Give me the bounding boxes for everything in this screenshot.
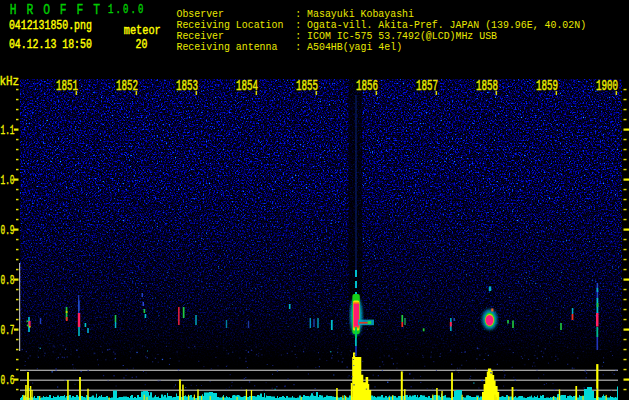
svg-text:20: 20	[136, 38, 148, 51]
svg-text:1852: 1852	[116, 78, 138, 95]
svg-text:1.1: 1.1	[1, 123, 15, 138]
svg-text:meteor: meteor	[124, 24, 161, 37]
svg-text:1856: 1856	[356, 78, 378, 95]
svg-text:0.9: 0.9	[1, 223, 15, 238]
svg-text:1857: 1857	[416, 78, 438, 95]
svg-text:H R O F F T: H R O F F T	[10, 1, 102, 18]
svg-text:04.12.13 18:50: 04.12.13 18:50	[9, 38, 92, 51]
svg-text:kHz: kHz	[0, 75, 19, 90]
svg-text:0.7: 0.7	[1, 323, 15, 338]
svg-text:1900: 1900	[596, 78, 618, 95]
svg-text:1853: 1853	[176, 78, 198, 95]
svg-text:1.0.0: 1.0.0	[108, 3, 145, 17]
svg-text:1859: 1859	[536, 78, 558, 95]
svg-text:1.0: 1.0	[1, 173, 15, 188]
svg-text:0412131850.png: 0412131850.png	[9, 19, 92, 32]
svg-text:1854: 1854	[236, 78, 258, 95]
svg-text:0.6: 0.6	[1, 373, 15, 388]
svg-text:1855: 1855	[296, 78, 318, 95]
svg-text:1851: 1851	[56, 78, 78, 95]
svg-text:Receiving antenna : A504HB(y: Receiving antenna : A504HB(yagi 4el)	[177, 40, 403, 53]
svg-text:1858: 1858	[476, 78, 498, 95]
svg-text:0.8: 0.8	[1, 273, 15, 288]
